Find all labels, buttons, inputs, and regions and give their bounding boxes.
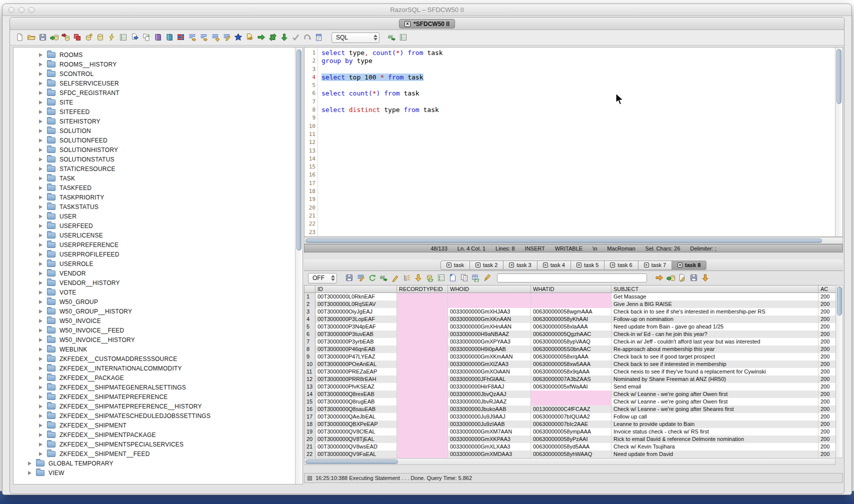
disclosure-triangle-icon[interactable] (39, 129, 42, 133)
cell-whatid[interactable]: 00630000005QgzhAAC (531, 330, 612, 338)
disclosure-triangle-icon[interactable] (39, 205, 42, 209)
cell-whoid[interactable]: 0033000000JbvQzAAJ (448, 390, 531, 398)
cell-id[interactable]: 00T3000000P3yrbEAB (316, 338, 397, 346)
column-header-ac[interactable]: AC (818, 286, 836, 292)
disclosure-triangle-icon[interactable] (39, 442, 42, 446)
cell-ac[interactable]: 200 (818, 376, 836, 383)
cell-recordtypeid[interactable] (397, 323, 448, 330)
grid-hscrollbar-thumb[interactable] (306, 460, 398, 464)
cell-subject[interactable]: Check w/ Leanne - we're going after Shea… (612, 406, 818, 413)
cell-num[interactable]: 9 (304, 353, 316, 360)
tree-item-userlicense[interactable]: USERLICENSE (14, 230, 302, 240)
download-button[interactable] (700, 272, 711, 284)
cell-subject[interactable]: Rick to email David & reference Delmonte… (612, 436, 818, 443)
results-list-button[interactable] (398, 32, 409, 43)
cell-recordtypeid[interactable] (397, 308, 448, 316)
cell-whatid[interactable]: 006300000058xlaAAA (531, 323, 612, 330)
tree-item-userpreference[interactable]: USERPREFERENCE (14, 240, 302, 250)
code-line[interactable] (322, 82, 835, 90)
disclosure-triangle-icon[interactable] (39, 395, 42, 399)
table-row[interactable]: 500T3000000P3N4pEAF0033000000GmXHnAAN006… (304, 323, 836, 330)
cell-num[interactable]: 6 (304, 330, 316, 338)
edit-sql-button[interactable] (676, 272, 688, 284)
cell-ac[interactable]: 200 (818, 428, 836, 436)
tree-item-userprofilefeed[interactable]: USERPROFILEFEED (14, 250, 302, 259)
cell-whoid[interactable]: 0033000000GmXLXAA3 (448, 443, 531, 450)
cell-subject[interactable]: Follow-up on nomination (612, 316, 818, 323)
cell-whatid[interactable]: 00630000005xfWaAAI (531, 383, 612, 390)
copy-rows-button[interactable] (458, 272, 470, 284)
refresh-results-button[interactable] (366, 272, 378, 284)
cell-ac[interactable]: 200 (818, 346, 836, 353)
disclosure-triangle-icon[interactable] (39, 148, 42, 152)
code-line[interactable]: select top 100 * from task (322, 74, 835, 82)
code-line[interactable] (322, 171, 835, 179)
close-tab-icon[interactable]: × (644, 262, 649, 268)
cell-id[interactable]: 00T3000000P47LYEAZ (316, 353, 397, 360)
cell-id[interactable]: 00T3000000P46qnEAB (316, 346, 397, 353)
autocommit-select[interactable]: OFF (308, 273, 337, 284)
cell-recordtypeid[interactable] (397, 368, 448, 376)
save-file-button[interactable] (37, 32, 48, 43)
table-row[interactable]: 200T3000000L0RqSEAVGive Jenn a BIG RAISE… (304, 300, 836, 308)
disclosure-triangle-icon[interactable] (39, 62, 42, 66)
code-line[interactable] (322, 138, 835, 146)
cell-id[interactable]: 00T3000000QV8CfEAL (316, 428, 397, 436)
fetch-button[interactable] (278, 32, 290, 43)
column-header-id[interactable]: ID (316, 286, 397, 292)
disclosure-triangle-icon[interactable] (39, 91, 42, 95)
cell-whoid[interactable]: 0033000000GmXHJAA3 (448, 308, 531, 316)
cell-num[interactable]: 15 (304, 398, 316, 406)
tree-item-task[interactable]: TASK (14, 174, 302, 183)
cell-recordtypeid[interactable] (397, 398, 448, 406)
generate-table-button[interactable] (470, 272, 482, 284)
tree-item-w50_invoice[interactable]: W50_INVOICE (14, 316, 302, 326)
validate-button[interactable] (290, 32, 302, 43)
table-row[interactable]: 1000T3000000POeAnEAL0033000000GmXIZAA300… (304, 360, 836, 368)
tree-item-solutionfeed[interactable]: SOLUTIONFEED (14, 136, 302, 145)
cell-subject[interactable]: Check nexis to see if they've found a re… (612, 368, 818, 376)
cell-recordtypeid[interactable] (397, 390, 448, 398)
table-row[interactable]: 2100T3000000QV8wsEAD0033000000GmXLXAA300… (304, 443, 836, 450)
editor-hscrollbar[interactable] (304, 237, 843, 244)
cell-num[interactable]: 22 (304, 450, 316, 458)
cell-ac[interactable]: 200 (818, 360, 836, 368)
cell-whatid[interactable] (531, 398, 612, 406)
sql-editor[interactable]: 1234567891011121314151617181920212223 se… (304, 47, 843, 237)
cell-whatid[interactable] (531, 293, 612, 300)
result-tab-task-6[interactable]: ×task 6 (604, 260, 638, 270)
table-row[interactable]: 1400T3000000Q8rexEAB0033000000JbvQzAAJCh… (304, 390, 836, 398)
cell-subject[interactable]: Check back in to see if she's interested… (612, 308, 818, 316)
cell-whatid[interactable]: 00630000007bIQUAA2 (531, 413, 612, 420)
table-row[interactable]: 2200T3000000QV9FaEAL0033000000GmXMDAA300… (304, 450, 836, 458)
disclosure-triangle-icon[interactable] (39, 214, 42, 218)
cell-whatid[interactable]: 006300000058yKhAAI (531, 316, 612, 323)
cell-ac[interactable]: 200 (818, 368, 836, 376)
cell-whatid[interactable]: 006300000058xw5AAA (531, 360, 612, 368)
cell-id[interactable]: 00T3000000Q8sauEAB (316, 406, 397, 413)
sql-mode-select[interactable]: SQL (332, 32, 380, 43)
cell-whatid[interactable]: 006300000058ypVAAQ (531, 338, 612, 346)
cell-recordtypeid[interactable] (397, 383, 448, 390)
tree-item-scontrol[interactable]: SCONTROL (14, 69, 302, 78)
cell-whoid[interactable]: 0033000000GmXM7AAN (448, 428, 531, 436)
cell-whatid[interactable] (531, 390, 612, 398)
tree-item-solution[interactable]: SOLUTION (14, 126, 302, 136)
code-line[interactable] (322, 196, 835, 204)
filter-button[interactable] (355, 272, 366, 284)
table-row[interactable]: 1100T3000000PREZaEAP0033000000GmXOiAAN00… (304, 368, 836, 376)
cell-subject[interactable]: Re-approach about membership this year (612, 346, 818, 353)
cell-whatid[interactable]: 00630000005S0bnAAC (531, 346, 612, 353)
tree-item-zkfedex__customaddresssource[interactable]: ZKFEDEX__CUSTOMADDRESSSOURCE (14, 354, 302, 364)
tree-item-zkfedex__shipmategeneralsettings[interactable]: ZKFEDEX__SHIPMATEGENERALSETTINGS (14, 382, 302, 392)
disclosure-triangle-icon[interactable] (39, 252, 42, 256)
cell-whoid[interactable] (448, 300, 531, 308)
sort-down-button[interactable] (412, 272, 424, 284)
tree-item-w50_group__history[interactable]: W50_GROUP__HISTORY (14, 306, 302, 316)
code-line[interactable] (322, 220, 835, 228)
cell-subject[interactable]: Invoice status check - check w/ RS first (612, 428, 818, 436)
tree-item-selfserviceuser[interactable]: SELFSERVICEUSER (14, 78, 302, 88)
cell-ac[interactable]: 200 (818, 323, 836, 330)
cell-recordtypeid[interactable] (397, 293, 448, 300)
preferences-button[interactable] (118, 32, 129, 43)
